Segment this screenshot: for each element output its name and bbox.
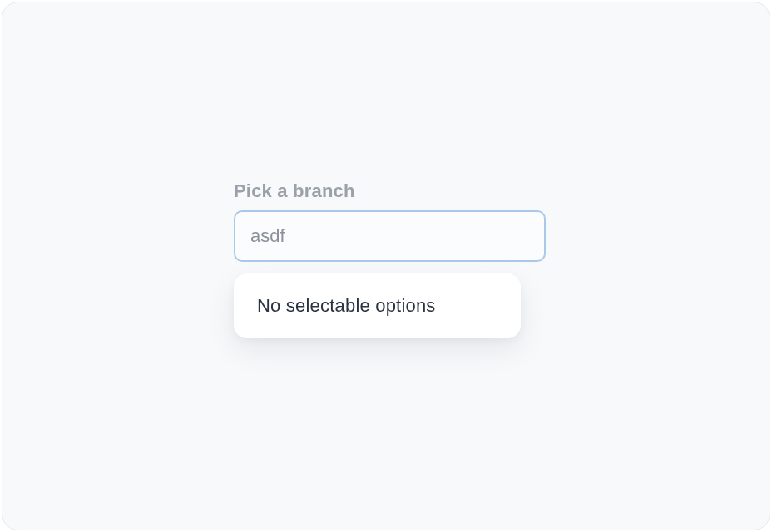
branch-picker-input-wrap [234, 210, 546, 262]
dropdown-empty-message: No selectable options [257, 295, 497, 317]
branch-picker-input[interactable] [234, 210, 546, 262]
panel-card: Pick a branch No selectable options [2, 2, 770, 530]
branch-picker-dropdown[interactable]: No selectable options [234, 273, 521, 338]
branch-picker-group: Pick a branch No selectable options [234, 180, 546, 338]
branch-picker-label: Pick a branch [234, 180, 546, 202]
